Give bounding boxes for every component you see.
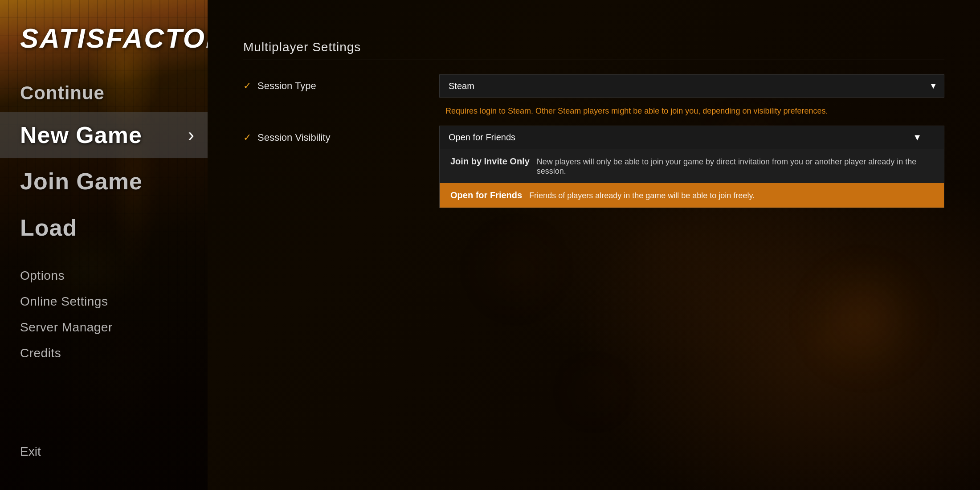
sidebar-item-server-manager[interactable]: Server Manager xyxy=(20,316,208,339)
nav-divider xyxy=(20,251,208,264)
logo: SATISFACTORY xyxy=(20,24,208,52)
online-settings-label: Online Settings xyxy=(20,294,108,308)
exit-label: Exit xyxy=(20,445,41,458)
multiplayer-settings-panel: Multiplayer Settings ✓ Session Type Stea… xyxy=(243,40,944,149)
session-type-label: Session Type xyxy=(257,80,316,92)
chevron-right-icon: › xyxy=(188,124,194,146)
session-visibility-options: Join by Invite Only New players will onl… xyxy=(439,149,944,208)
session-type-dropdown[interactable]: Steam ▼ xyxy=(439,74,944,98)
sidebar-item-continue[interactable]: Continue xyxy=(20,74,208,112)
new-game-label: New Game xyxy=(20,122,142,148)
sidebar: SATISFACTORY Continue New Game › Join Ga… xyxy=(0,0,208,490)
secondary-nav: Options Online Settings Server Manager C… xyxy=(20,264,208,365)
option-open-for-friends[interactable]: Open for Friends Friends of players alre… xyxy=(440,183,944,208)
load-label: Load xyxy=(20,215,77,241)
steam-warning-text: Requires login to Steam. Other Steam pla… xyxy=(445,106,944,117)
main-content: Multiplayer Settings ✓ Session Type Stea… xyxy=(208,0,980,490)
game-title: SATISFACTORY xyxy=(20,23,208,53)
option-invite-only[interactable]: Join by Invite Only New players will onl… xyxy=(440,149,944,183)
open-for-friends-description: Friends of players already in the game w… xyxy=(529,191,755,200)
server-manager-label: Server Manager xyxy=(20,320,113,334)
nav-spacer xyxy=(20,365,208,440)
session-visibility-row: ✓ Session Visibility Open for Friends ▼ … xyxy=(243,126,944,149)
sidebar-item-load[interactable]: Load xyxy=(20,204,208,251)
join-game-label: Join Game xyxy=(20,168,143,194)
open-for-friends-title: Open for Friends xyxy=(450,190,522,200)
session-visibility-dropdown[interactable]: Open for Friends ▼ Join by Invite Only N… xyxy=(439,126,944,149)
session-visibility-label: Session Visibility xyxy=(257,132,330,143)
invite-only-title: Join by Invite Only xyxy=(450,156,530,167)
invite-only-description: New players will only be able to join yo… xyxy=(537,157,933,176)
primary-nav: Continue New Game › Join Game Load xyxy=(20,74,208,251)
sidebar-content: SATISFACTORY Continue New Game › Join Ga… xyxy=(0,0,208,490)
session-visibility-label-group: ✓ Session Visibility xyxy=(243,132,439,143)
session-type-row: ✓ Session Type Steam ▼ xyxy=(243,74,944,98)
settings-title: Multiplayer Settings xyxy=(243,40,944,54)
sidebar-item-online-settings[interactable]: Online Settings xyxy=(20,290,208,313)
dropdown-open-arrow-icon: ▼ xyxy=(913,132,922,143)
options-label: Options xyxy=(20,269,65,282)
session-type-select[interactable]: Steam xyxy=(439,74,944,98)
session-type-label-group: ✓ Session Type xyxy=(243,80,439,92)
sidebar-item-credits[interactable]: Credits xyxy=(20,342,208,365)
sidebar-item-new-game[interactable]: New Game › xyxy=(0,112,208,158)
credits-label: Credits xyxy=(20,346,61,360)
sidebar-item-exit[interactable]: Exit xyxy=(20,440,208,463)
session-visibility-value: Open for Friends xyxy=(449,132,515,143)
session-visibility-display[interactable]: Open for Friends ▼ xyxy=(439,126,944,149)
session-visibility-checkmark-icon: ✓ xyxy=(243,132,251,143)
settings-divider xyxy=(243,60,944,60)
sidebar-item-join-game[interactable]: Join Game xyxy=(20,158,208,204)
session-type-checkmark-icon: ✓ xyxy=(243,80,251,92)
continue-label: Continue xyxy=(20,82,105,103)
sidebar-item-options[interactable]: Options xyxy=(20,264,208,287)
